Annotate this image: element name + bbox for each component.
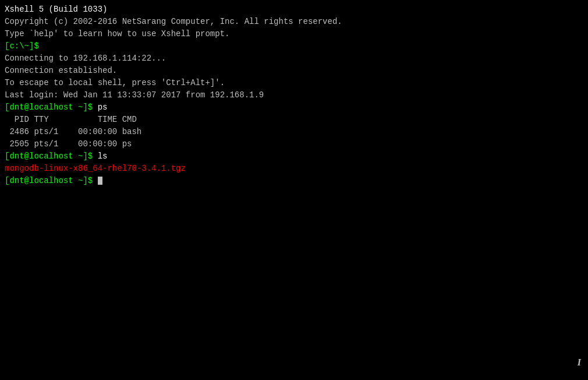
terminal-line-copyright: Copyright (c) 2002-2016 NetSarang Comput… bbox=[5, 16, 583, 28]
terminal-line-last-login: Last login: Wed Jan 11 13:33:07 2017 fro… bbox=[5, 89, 583, 101]
terminal-line-title: Xshell 5 (Build 1033) bbox=[5, 3, 583, 16]
terminal-line-help-hint: Type `help' to learn how to use Xshell p… bbox=[5, 28, 583, 40]
terminal-line-ls-output: mongodb-linux-x86_64-rhel70-3.4.1.tgz bbox=[5, 163, 583, 175]
terminal-line-prompt-ps: [dnt@localhost ~]$ ps bbox=[5, 101, 583, 114]
terminal-line-local-prompt: [c:\~]$ bbox=[5, 40, 583, 52]
terminal-line-escape-hint: To escape to local shell, press 'Ctrl+Al… bbox=[5, 77, 583, 89]
terminal-window[interactable]: Xshell 5 (Build 1033)Copyright (c) 2002-… bbox=[0, 0, 588, 380]
terminal-line-ps-header: PID TTY TIME CMD bbox=[5, 114, 583, 126]
mouse-cursor-indicator: I bbox=[578, 356, 581, 370]
terminal-line-ps-row2: 2505 pts/1 00:00:00 ps bbox=[5, 138, 583, 150]
terminal-line-ps-row1: 2486 pts/1 00:00:00 bash bbox=[5, 126, 583, 138]
terminal-cursor bbox=[98, 177, 102, 185]
terminal-line-prompt-ls: [dnt@localhost ~]$ ls bbox=[5, 150, 583, 163]
terminal-line-established: Connection established. bbox=[5, 65, 583, 77]
terminal-line-connecting: Connecting to 192.168.1.114:22... bbox=[5, 52, 583, 65]
terminal-line-prompt-current: [dnt@localhost ~]$ bbox=[5, 175, 583, 187]
